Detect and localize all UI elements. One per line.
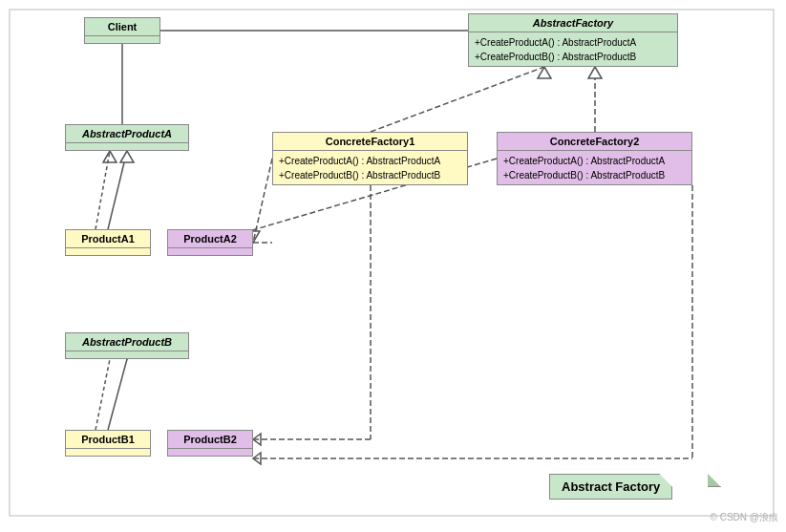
svg-marker-7 [120,151,134,162]
client-box: Client [84,17,160,44]
abstract-product-b-title: AbstractProductB [66,333,188,351]
abstract-factory-line2: +CreateProductB() : AbstractProductB [475,50,671,64]
svg-marker-19 [253,453,261,464]
svg-line-6 [108,151,127,229]
concrete-factory2-title: ConcreteFactory2 [498,133,691,151]
cf1-line2: +CreateProductB() : AbstractProductB [279,168,461,182]
svg-marker-5 [588,67,602,78]
concrete-factory2-box: ConcreteFactory2 +CreateProductA() : Abs… [497,132,692,185]
svg-line-2 [371,67,544,132]
concrete-factory1-box: ConcreteFactory1 +CreateProductA() : Abs… [272,132,468,185]
uml-diagram: Client AbstractFactory +CreateProductA()… [0,0,786,532]
abstract-product-b-box: AbstractProductB [65,332,189,359]
product-a1-box: ProductA1 [65,229,151,256]
abstract-factory-title: AbstractFactory [469,14,677,32]
svg-line-20 [96,151,110,229]
svg-line-8 [253,159,272,243]
concrete-factory2-body: +CreateProductA() : AbstractProductA +Cr… [498,151,691,185]
product-b1-title: ProductB1 [66,431,150,449]
abstract-product-a-title: AbstractProductA [66,125,188,143]
cf1-line1: +CreateProductA() : AbstractProductA [279,154,461,168]
abstract-product-a-box: AbstractProductA [65,124,189,151]
svg-marker-21 [103,151,117,162]
product-b2-box: ProductB2 [167,430,253,457]
cf2-line1: +CreateProductA() : AbstractProductA [503,154,686,168]
svg-line-22 [96,359,110,430]
product-b2-title: ProductB2 [168,431,252,449]
svg-marker-3 [538,67,551,78]
concrete-factory1-title: ConcreteFactory1 [273,133,467,151]
abstract-factory-label: Abstract Factory [549,474,672,500]
product-a2-title: ProductA2 [168,230,252,248]
product-a1-title: ProductA1 [66,230,150,248]
label-fold [708,474,721,487]
abstract-factory-line1: +CreateProductA() : AbstractProductA [475,35,671,50]
watermark: © CSDN @浪痕 [711,511,778,524]
product-a2-box: ProductA2 [167,229,253,256]
abstract-factory-box: AbstractFactory +CreateProductA() : Abst… [468,13,678,67]
svg-line-12 [108,359,127,430]
client-title: Client [85,18,159,36]
product-b1-box: ProductB1 [65,430,151,457]
abstract-factory-body: +CreateProductA() : AbstractProductA +Cr… [469,32,677,67]
cf2-line2: +CreateProductB() : AbstractProductB [503,168,686,182]
svg-marker-16 [253,434,261,445]
concrete-factory1-body: +CreateProductA() : AbstractProductA +Cr… [273,151,467,185]
